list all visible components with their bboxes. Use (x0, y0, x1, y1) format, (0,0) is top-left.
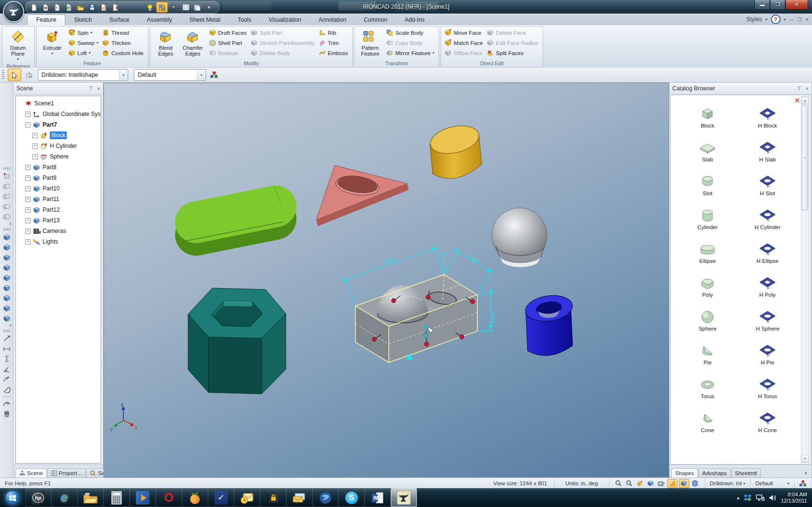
catalog-item-h-sphere[interactable]: H Sphere (738, 310, 797, 337)
tab-tools[interactable]: Tools (229, 15, 260, 25)
open-scene-icon[interactable] (40, 2, 51, 12)
expand-toggle[interactable]: + (32, 154, 38, 159)
boolean-tool-1-button[interactable] (1, 181, 13, 191)
styles-menu[interactable]: Styles (746, 16, 762, 23)
catalog-item-slot[interactable]: Slot (678, 174, 738, 202)
expand-toggle[interactable]: + (25, 229, 30, 234)
boolean-button[interactable]: Boolean (207, 48, 248, 58)
catalog-item-h-block[interactable]: H Block (738, 107, 797, 134)
close-button[interactable]: ✕ (785, 0, 808, 10)
tab-add-ins[interactable]: Add-Ins (396, 15, 433, 25)
catalog-item-torus[interactable]: Torus (678, 377, 738, 405)
view-orientation-8-button[interactable] (1, 303, 13, 313)
dimension-tool-5-button[interactable] (1, 374, 13, 384)
taskbar-clock[interactable]: 8:04 AM 12/13/2011 (781, 492, 807, 504)
expand-toggle[interactable]: + (25, 218, 30, 223)
taskbar-media-player-button[interactable] (130, 488, 156, 507)
add-shape-tool-button[interactable] (1, 171, 13, 181)
save-icon[interactable] (87, 2, 97, 12)
expand-toggle[interactable]: + (25, 112, 30, 117)
catalog-item-h-poly[interactable]: H Poly (738, 276, 797, 303)
catalog-item-h-cone[interactable]: H Cone (738, 411, 797, 438)
tree-item-h-cylinder[interactable]: + H Cylinder (18, 141, 101, 151)
shell-part-button[interactable]: Shell Part (207, 38, 248, 48)
zoom-window-icon[interactable] (614, 479, 623, 488)
volume-icon[interactable] (769, 494, 777, 501)
taskbar-peachtree-button[interactable] (182, 488, 208, 507)
clip-wedge-icon[interactable] (667, 479, 678, 488)
red-triangle-shape[interactable] (316, 165, 409, 226)
tray-expand-icon[interactable]: ▴ (737, 495, 739, 500)
blue-cylinder-shape[interactable] (524, 292, 574, 355)
catalog-tab-advshaps[interactable]: Advshaps (698, 468, 731, 478)
network-icon[interactable] (756, 494, 765, 501)
tab-common[interactable]: Common (355, 15, 396, 25)
restore-button[interactable]: ❐ (770, 0, 785, 10)
status-style-combo[interactable]: Default▾ (751, 478, 795, 489)
boolean-tool-2-button[interactable] (1, 191, 13, 202)
split-part-button[interactable]: Split Part (249, 28, 316, 38)
render-setup-icon[interactable] (145, 2, 155, 12)
view-orientation-7-button[interactable] (1, 293, 13, 303)
tree-item-sphere[interactable]: + Sphere (18, 151, 101, 162)
scroll-thumb[interactable]: ≡ (802, 105, 808, 210)
undo-icon[interactable]: ↶ (121, 2, 132, 12)
tree-item-scene1[interactable]: Scene1 (18, 98, 101, 109)
scroll-up-icon[interactable]: ▴ (801, 97, 809, 104)
tree-item-cameras[interactable]: + Cameras (18, 226, 101, 236)
tab-annotation[interactable]: Annotation (310, 15, 355, 25)
close-panel-icon[interactable]: × (97, 86, 100, 91)
select-shape-tool-button[interactable] (23, 69, 36, 81)
offset-face-button[interactable]: Offset Face (443, 48, 484, 58)
pin-icon[interactable]: ⊤ (797, 86, 802, 92)
dimension-tool-3-button[interactable] (1, 354, 13, 364)
green-slot-shape[interactable] (182, 187, 283, 242)
expand-toggle[interactable]: − (25, 122, 30, 128)
dimension-tool-4-button[interactable] (1, 364, 13, 374)
catalog-tab-shapes[interactable]: Shapes (671, 468, 698, 478)
delete-face-button[interactable]: Delete Face (485, 28, 540, 38)
boolean-tool-3-button[interactable] (1, 202, 13, 212)
styles-arrow-icon[interactable]: ▾ (766, 17, 768, 22)
open-icon[interactable] (75, 2, 86, 12)
add-shape-icon[interactable] (635, 479, 645, 488)
pan-doc-icon[interactable] (98, 2, 109, 12)
catalog-item-cone[interactable]: Cone (678, 411, 738, 438)
emboss-button[interactable]: Emboss (317, 48, 350, 58)
close-panel-icon[interactable]: × (806, 86, 809, 91)
taskbar-word-button[interactable]: W (365, 488, 391, 507)
trim-button[interactable]: Trim (317, 38, 350, 48)
zoom-menu-icon[interactable] (625, 479, 634, 488)
teal-hex-prism-shape[interactable] (188, 288, 286, 394)
spin-button[interactable]: 6"> Spin▾ (67, 28, 100, 38)
catalog-tab-sheetmtl[interactable]: Sheetmtl (731, 468, 761, 478)
catalog-item-poly[interactable]: Poly (678, 276, 738, 303)
expand-toggle[interactable]: + (25, 239, 30, 245)
taskbar-calculator-button[interactable] (103, 488, 130, 507)
link-doc-icon[interactable] (63, 2, 74, 12)
match-face-button[interactable]: 6"> Match Face (443, 38, 484, 48)
display-mode-icon[interactable] (679, 479, 689, 488)
boolean-tool-4-button[interactable] (1, 212, 13, 222)
application-menu-button[interactable] (3, 1, 24, 22)
tree-item-part13[interactable]: + Part13 (18, 215, 101, 226)
dimension-tool-2-button[interactable] (1, 344, 13, 354)
measure-cylinder-tool-button[interactable] (1, 409, 13, 419)
catalog-tabs-overflow-icon[interactable]: ⇟ (800, 471, 812, 478)
dropbox-icon[interactable] (744, 494, 752, 501)
draft-faces-button[interactable]: Draft Faces (207, 28, 248, 38)
thread-button[interactable]: Thread (101, 28, 145, 38)
taskbar-skype-button[interactable]: S (339, 488, 365, 507)
expand-toggle[interactable]: + (25, 207, 30, 213)
render-camera-icon[interactable] (657, 479, 666, 488)
mdi-minimize-icon[interactable]: — (789, 17, 794, 22)
sweep-button[interactable]: Sweep▾ (67, 38, 100, 48)
import-icon[interactable] (52, 2, 62, 12)
selected-block-shape[interactable]: 3.685 2.116 1.244 (346, 246, 497, 362)
start-button[interactable] (0, 488, 25, 507)
tree-item-part11[interactable]: + Part11 (18, 194, 101, 204)
catalog-item-slab[interactable]: Slab (678, 141, 738, 168)
tab-feature[interactable]: Feature (27, 14, 65, 26)
catalog-browser-icon[interactable] (156, 2, 168, 13)
split-faces-button[interactable]: Split Faces (485, 48, 540, 58)
